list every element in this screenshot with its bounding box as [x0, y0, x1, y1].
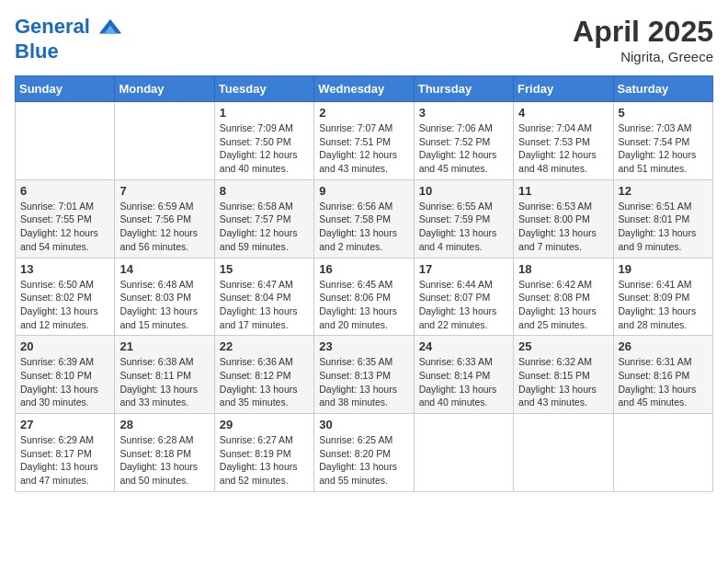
- calendar-cell: 14Sunrise: 6:48 AM Sunset: 8:03 PM Dayli…: [115, 258, 214, 336]
- calendar-cell: 8Sunrise: 6:58 AM Sunset: 7:57 PM Daylig…: [214, 179, 313, 258]
- day-detail: Sunrise: 6:58 AM Sunset: 7:57 PM Dayligh…: [220, 200, 309, 254]
- calendar-cell: 3Sunrise: 7:06 AM Sunset: 7:52 PM Daylig…: [414, 102, 513, 180]
- calendar-cell: 6Sunrise: 7:01 AM Sunset: 7:55 PM Daylig…: [16, 179, 115, 258]
- calendar-cell: [514, 414, 613, 492]
- calendar-cell: 4Sunrise: 7:04 AM Sunset: 7:53 PM Daylig…: [514, 102, 613, 180]
- day-number: 8: [220, 184, 309, 198]
- day-number: 9: [319, 184, 408, 198]
- calendar-cell: 1Sunrise: 7:09 AM Sunset: 7:50 PM Daylig…: [214, 102, 313, 180]
- weekday-header-row: SundayMondayTuesdayWednesdayThursdayFrid…: [16, 76, 713, 102]
- calendar-cell: 25Sunrise: 6:32 AM Sunset: 8:15 PM Dayli…: [514, 336, 613, 414]
- calendar-cell: 13Sunrise: 6:50 AM Sunset: 8:02 PM Dayli…: [16, 258, 115, 336]
- calendar-cell: 23Sunrise: 6:35 AM Sunset: 8:13 PM Dayli…: [314, 336, 414, 414]
- day-detail: Sunrise: 7:03 AM Sunset: 7:54 PM Dayligh…: [619, 121, 708, 176]
- calendar-cell: 26Sunrise: 6:31 AM Sunset: 8:16 PM Dayli…: [613, 336, 712, 414]
- day-number: 20: [20, 339, 109, 353]
- day-number: 21: [119, 339, 209, 353]
- calendar-cell: [115, 102, 214, 180]
- day-number: 6: [20, 184, 109, 198]
- calendar-cell: 15Sunrise: 6:47 AM Sunset: 8:04 PM Dayli…: [214, 258, 313, 336]
- day-detail: Sunrise: 6:32 AM Sunset: 8:15 PM Dayligh…: [518, 355, 608, 409]
- calendar-cell: [613, 414, 712, 492]
- day-number: 24: [419, 339, 508, 353]
- title-block: April 2025 Nigrita, Greece: [573, 15, 713, 64]
- calendar-cell: [16, 102, 115, 180]
- day-number: 25: [518, 339, 608, 353]
- calendar-cell: 11Sunrise: 6:53 AM Sunset: 8:00 PM Dayli…: [514, 179, 613, 258]
- month-year: April 2025: [573, 15, 713, 49]
- weekday-header-saturday: Saturday: [613, 76, 712, 102]
- day-number: 26: [619, 339, 708, 353]
- day-detail: Sunrise: 6:55 AM Sunset: 7:59 PM Dayligh…: [419, 200, 508, 254]
- calendar-cell: 17Sunrise: 6:44 AM Sunset: 8:07 PM Dayli…: [414, 258, 513, 336]
- day-number: 18: [518, 262, 608, 276]
- logo-general: General: [15, 15, 90, 38]
- day-number: 10: [419, 184, 508, 198]
- day-detail: Sunrise: 6:39 AM Sunset: 8:10 PM Dayligh…: [20, 355, 109, 409]
- day-detail: Sunrise: 6:41 AM Sunset: 8:09 PM Dayligh…: [619, 278, 708, 332]
- calendar-cell: 24Sunrise: 6:33 AM Sunset: 8:14 PM Dayli…: [414, 336, 513, 414]
- calendar-cell: 18Sunrise: 6:42 AM Sunset: 8:08 PM Dayli…: [514, 258, 613, 336]
- day-detail: Sunrise: 7:09 AM Sunset: 7:50 PM Dayligh…: [220, 121, 309, 176]
- day-detail: Sunrise: 6:28 AM Sunset: 8:18 PM Dayligh…: [119, 433, 209, 488]
- day-number: 19: [619, 262, 708, 276]
- day-number: 13: [20, 262, 109, 276]
- day-number: 15: [220, 262, 309, 276]
- calendar-cell: 21Sunrise: 6:38 AM Sunset: 8:11 PM Dayli…: [115, 336, 214, 414]
- calendar-cell: 28Sunrise: 6:28 AM Sunset: 8:18 PM Dayli…: [115, 414, 214, 492]
- logo-icon: [97, 15, 123, 40]
- calendar-cell: 5Sunrise: 7:03 AM Sunset: 7:54 PM Daylig…: [613, 102, 712, 180]
- calendar-cell: 9Sunrise: 6:56 AM Sunset: 7:58 PM Daylig…: [314, 179, 414, 258]
- calendar-week-2: 6Sunrise: 7:01 AM Sunset: 7:55 PM Daylig…: [16, 179, 713, 258]
- day-detail: Sunrise: 6:50 AM Sunset: 8:02 PM Dayligh…: [20, 278, 109, 332]
- day-number: 3: [419, 106, 508, 120]
- day-number: 4: [518, 106, 608, 120]
- calendar-week-1: 1Sunrise: 7:09 AM Sunset: 7:50 PM Daylig…: [16, 102, 713, 180]
- day-number: 5: [619, 106, 708, 120]
- day-detail: Sunrise: 6:56 AM Sunset: 7:58 PM Dayligh…: [319, 200, 408, 254]
- day-detail: Sunrise: 6:29 AM Sunset: 8:17 PM Dayligh…: [20, 433, 109, 488]
- day-detail: Sunrise: 6:59 AM Sunset: 7:56 PM Dayligh…: [119, 200, 209, 254]
- weekday-header-monday: Monday: [115, 76, 214, 102]
- calendar-cell: 2Sunrise: 7:07 AM Sunset: 7:51 PM Daylig…: [314, 102, 414, 180]
- day-number: 11: [518, 184, 608, 198]
- day-detail: Sunrise: 6:47 AM Sunset: 8:04 PM Dayligh…: [220, 278, 309, 332]
- day-number: 29: [220, 418, 309, 431]
- day-number: 23: [319, 339, 408, 353]
- calendar-cell: 29Sunrise: 6:27 AM Sunset: 8:19 PM Dayli…: [214, 414, 313, 492]
- day-detail: Sunrise: 6:35 AM Sunset: 8:13 PM Dayligh…: [319, 355, 408, 409]
- calendar-cell: 30Sunrise: 6:25 AM Sunset: 8:20 PM Dayli…: [314, 414, 414, 492]
- day-detail: Sunrise: 7:04 AM Sunset: 7:53 PM Dayligh…: [518, 121, 608, 176]
- day-detail: Sunrise: 6:53 AM Sunset: 8:00 PM Dayligh…: [518, 200, 608, 254]
- calendar-cell: [414, 414, 513, 492]
- day-number: 17: [419, 262, 508, 276]
- day-detail: Sunrise: 6:36 AM Sunset: 8:12 PM Dayligh…: [220, 355, 309, 409]
- calendar-table: SundayMondayTuesdayWednesdayThursdayFrid…: [15, 75, 713, 492]
- calendar-cell: 27Sunrise: 6:29 AM Sunset: 8:17 PM Dayli…: [16, 414, 115, 492]
- logo: General Blue: [15, 15, 123, 63]
- day-number: 12: [619, 184, 708, 198]
- calendar-cell: 19Sunrise: 6:41 AM Sunset: 8:09 PM Dayli…: [613, 258, 712, 336]
- weekday-header-friday: Friday: [514, 76, 613, 102]
- weekday-header-tuesday: Tuesday: [214, 76, 313, 102]
- day-detail: Sunrise: 7:06 AM Sunset: 7:52 PM Dayligh…: [419, 121, 508, 176]
- day-detail: Sunrise: 6:38 AM Sunset: 8:11 PM Dayligh…: [119, 355, 209, 409]
- day-detail: Sunrise: 6:42 AM Sunset: 8:08 PM Dayligh…: [518, 278, 608, 332]
- calendar-cell: 7Sunrise: 6:59 AM Sunset: 7:56 PM Daylig…: [115, 179, 214, 258]
- day-number: 7: [119, 184, 209, 198]
- day-number: 16: [319, 262, 408, 276]
- page-header: General Blue April 2025 Nigrita, Greece: [15, 15, 713, 64]
- day-detail: Sunrise: 6:44 AM Sunset: 8:07 PM Dayligh…: [419, 278, 508, 332]
- day-detail: Sunrise: 6:31 AM Sunset: 8:16 PM Dayligh…: [619, 355, 708, 409]
- day-detail: Sunrise: 7:07 AM Sunset: 7:51 PM Dayligh…: [319, 121, 408, 176]
- weekday-header-thursday: Thursday: [414, 76, 513, 102]
- logo-text: General: [15, 15, 123, 40]
- day-number: 1: [220, 106, 309, 120]
- calendar-week-4: 20Sunrise: 6:39 AM Sunset: 8:10 PM Dayli…: [16, 336, 713, 414]
- day-number: 14: [119, 262, 209, 276]
- day-detail: Sunrise: 6:51 AM Sunset: 8:01 PM Dayligh…: [619, 200, 708, 254]
- logo-blue: Blue: [15, 40, 123, 63]
- day-detail: Sunrise: 7:01 AM Sunset: 7:55 PM Dayligh…: [20, 200, 109, 254]
- calendar-cell: 16Sunrise: 6:45 AM Sunset: 8:06 PM Dayli…: [314, 258, 414, 336]
- day-detail: Sunrise: 6:45 AM Sunset: 8:06 PM Dayligh…: [319, 278, 408, 332]
